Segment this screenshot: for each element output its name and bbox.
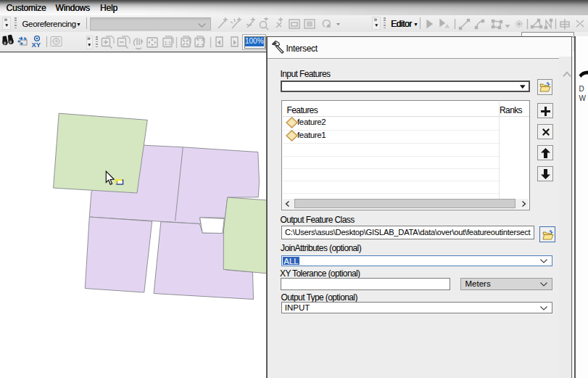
svg-text:1:1: 1:1 (165, 41, 172, 46)
svg-text:XY: XY (32, 41, 41, 49)
svg-text:A: A (445, 23, 450, 30)
